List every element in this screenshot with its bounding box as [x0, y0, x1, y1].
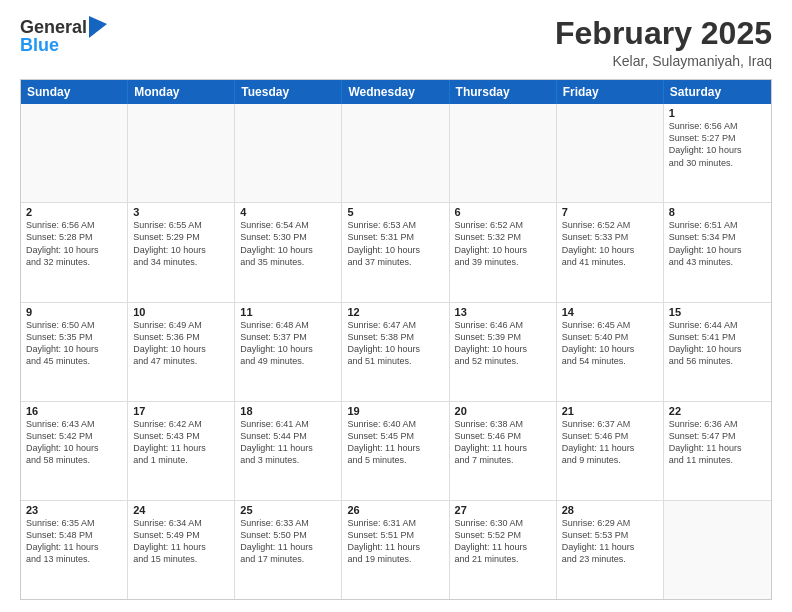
day-number: 1: [669, 107, 766, 119]
day-number: 21: [562, 405, 658, 417]
day-number: 8: [669, 206, 766, 218]
cal-cell-0-1: [128, 104, 235, 202]
day-info: Sunrise: 6:55 AM Sunset: 5:29 PM Dayligh…: [133, 219, 229, 268]
day-info: Sunrise: 6:37 AM Sunset: 5:46 PM Dayligh…: [562, 418, 658, 467]
day-number: 22: [669, 405, 766, 417]
day-number: 5: [347, 206, 443, 218]
day-number: 20: [455, 405, 551, 417]
svg-marker-0: [89, 16, 107, 38]
cal-row-4: 23Sunrise: 6:35 AM Sunset: 5:48 PM Dayli…: [21, 500, 771, 599]
day-number: 18: [240, 405, 336, 417]
day-number: 7: [562, 206, 658, 218]
logo: General Blue: [20, 16, 107, 56]
cal-cell-2-1: 10Sunrise: 6:49 AM Sunset: 5:36 PM Dayli…: [128, 303, 235, 401]
header-wednesday: Wednesday: [342, 80, 449, 104]
day-info: Sunrise: 6:43 AM Sunset: 5:42 PM Dayligh…: [26, 418, 122, 467]
day-number: 27: [455, 504, 551, 516]
day-info: Sunrise: 6:31 AM Sunset: 5:51 PM Dayligh…: [347, 517, 443, 566]
day-info: Sunrise: 6:49 AM Sunset: 5:36 PM Dayligh…: [133, 319, 229, 368]
month-title: February 2025: [555, 16, 772, 51]
day-info: Sunrise: 6:35 AM Sunset: 5:48 PM Dayligh…: [26, 517, 122, 566]
cal-cell-1-6: 8Sunrise: 6:51 AM Sunset: 5:34 PM Daylig…: [664, 203, 771, 301]
cal-cell-0-6: 1Sunrise: 6:56 AM Sunset: 5:27 PM Daylig…: [664, 104, 771, 202]
location: Kelar, Sulaymaniyah, Iraq: [555, 53, 772, 69]
day-number: 19: [347, 405, 443, 417]
day-info: Sunrise: 6:47 AM Sunset: 5:38 PM Dayligh…: [347, 319, 443, 368]
cal-cell-3-2: 18Sunrise: 6:41 AM Sunset: 5:44 PM Dayli…: [235, 402, 342, 500]
cal-cell-0-0: [21, 104, 128, 202]
cal-cell-4-0: 23Sunrise: 6:35 AM Sunset: 5:48 PM Dayli…: [21, 501, 128, 599]
cal-cell-3-3: 19Sunrise: 6:40 AM Sunset: 5:45 PM Dayli…: [342, 402, 449, 500]
day-info: Sunrise: 6:41 AM Sunset: 5:44 PM Dayligh…: [240, 418, 336, 467]
cal-cell-1-1: 3Sunrise: 6:55 AM Sunset: 5:29 PM Daylig…: [128, 203, 235, 301]
cal-cell-1-2: 4Sunrise: 6:54 AM Sunset: 5:30 PM Daylig…: [235, 203, 342, 301]
day-info: Sunrise: 6:54 AM Sunset: 5:30 PM Dayligh…: [240, 219, 336, 268]
day-info: Sunrise: 6:44 AM Sunset: 5:41 PM Dayligh…: [669, 319, 766, 368]
cal-cell-3-0: 16Sunrise: 6:43 AM Sunset: 5:42 PM Dayli…: [21, 402, 128, 500]
day-info: Sunrise: 6:42 AM Sunset: 5:43 PM Dayligh…: [133, 418, 229, 467]
day-number: 2: [26, 206, 122, 218]
header-saturday: Saturday: [664, 80, 771, 104]
cal-cell-2-5: 14Sunrise: 6:45 AM Sunset: 5:40 PM Dayli…: [557, 303, 664, 401]
day-info: Sunrise: 6:29 AM Sunset: 5:53 PM Dayligh…: [562, 517, 658, 566]
day-info: Sunrise: 6:38 AM Sunset: 5:46 PM Dayligh…: [455, 418, 551, 467]
cal-cell-2-3: 12Sunrise: 6:47 AM Sunset: 5:38 PM Dayli…: [342, 303, 449, 401]
day-info: Sunrise: 6:50 AM Sunset: 5:35 PM Dayligh…: [26, 319, 122, 368]
cal-cell-4-1: 24Sunrise: 6:34 AM Sunset: 5:49 PM Dayli…: [128, 501, 235, 599]
cal-cell-4-6: [664, 501, 771, 599]
day-number: 23: [26, 504, 122, 516]
day-number: 16: [26, 405, 122, 417]
day-number: 10: [133, 306, 229, 318]
day-number: 28: [562, 504, 658, 516]
day-number: 15: [669, 306, 766, 318]
day-number: 9: [26, 306, 122, 318]
calendar-body: 1Sunrise: 6:56 AM Sunset: 5:27 PM Daylig…: [21, 104, 771, 599]
cal-cell-3-1: 17Sunrise: 6:42 AM Sunset: 5:43 PM Dayli…: [128, 402, 235, 500]
header-monday: Monday: [128, 80, 235, 104]
day-number: 24: [133, 504, 229, 516]
cal-cell-2-4: 13Sunrise: 6:46 AM Sunset: 5:39 PM Dayli…: [450, 303, 557, 401]
cal-cell-4-2: 25Sunrise: 6:33 AM Sunset: 5:50 PM Dayli…: [235, 501, 342, 599]
cal-cell-1-5: 7Sunrise: 6:52 AM Sunset: 5:33 PM Daylig…: [557, 203, 664, 301]
day-number: 14: [562, 306, 658, 318]
title-block: February 2025 Kelar, Sulaymaniyah, Iraq: [555, 16, 772, 69]
logo-icon: [89, 16, 107, 38]
day-number: 25: [240, 504, 336, 516]
day-info: Sunrise: 6:53 AM Sunset: 5:31 PM Dayligh…: [347, 219, 443, 268]
day-info: Sunrise: 6:34 AM Sunset: 5:49 PM Dayligh…: [133, 517, 229, 566]
cal-cell-2-6: 15Sunrise: 6:44 AM Sunset: 5:41 PM Dayli…: [664, 303, 771, 401]
day-number: 3: [133, 206, 229, 218]
day-info: Sunrise: 6:30 AM Sunset: 5:52 PM Dayligh…: [455, 517, 551, 566]
cal-cell-3-5: 21Sunrise: 6:37 AM Sunset: 5:46 PM Dayli…: [557, 402, 664, 500]
cal-row-0: 1Sunrise: 6:56 AM Sunset: 5:27 PM Daylig…: [21, 104, 771, 202]
calendar: Sunday Monday Tuesday Wednesday Thursday…: [20, 79, 772, 600]
day-info: Sunrise: 6:48 AM Sunset: 5:37 PM Dayligh…: [240, 319, 336, 368]
header: General Blue February 2025 Kelar, Sulaym…: [20, 16, 772, 69]
day-info: Sunrise: 6:36 AM Sunset: 5:47 PM Dayligh…: [669, 418, 766, 467]
header-friday: Friday: [557, 80, 664, 104]
cal-row-3: 16Sunrise: 6:43 AM Sunset: 5:42 PM Dayli…: [21, 401, 771, 500]
day-number: 12: [347, 306, 443, 318]
cal-cell-1-4: 6Sunrise: 6:52 AM Sunset: 5:32 PM Daylig…: [450, 203, 557, 301]
day-info: Sunrise: 6:40 AM Sunset: 5:45 PM Dayligh…: [347, 418, 443, 467]
page: General Blue February 2025 Kelar, Sulaym…: [0, 0, 792, 612]
cal-cell-3-6: 22Sunrise: 6:36 AM Sunset: 5:47 PM Dayli…: [664, 402, 771, 500]
cal-cell-3-4: 20Sunrise: 6:38 AM Sunset: 5:46 PM Dayli…: [450, 402, 557, 500]
day-info: Sunrise: 6:33 AM Sunset: 5:50 PM Dayligh…: [240, 517, 336, 566]
calendar-header: Sunday Monday Tuesday Wednesday Thursday…: [21, 80, 771, 104]
cal-cell-0-5: [557, 104, 664, 202]
cal-cell-2-0: 9Sunrise: 6:50 AM Sunset: 5:35 PM Daylig…: [21, 303, 128, 401]
day-number: 17: [133, 405, 229, 417]
day-number: 4: [240, 206, 336, 218]
cal-cell-2-2: 11Sunrise: 6:48 AM Sunset: 5:37 PM Dayli…: [235, 303, 342, 401]
cal-cell-4-4: 27Sunrise: 6:30 AM Sunset: 5:52 PM Dayli…: [450, 501, 557, 599]
day-number: 11: [240, 306, 336, 318]
logo-blue-text: Blue: [20, 36, 107, 56]
header-thursday: Thursday: [450, 80, 557, 104]
day-info: Sunrise: 6:51 AM Sunset: 5:34 PM Dayligh…: [669, 219, 766, 268]
cal-row-1: 2Sunrise: 6:56 AM Sunset: 5:28 PM Daylig…: [21, 202, 771, 301]
cal-cell-1-0: 2Sunrise: 6:56 AM Sunset: 5:28 PM Daylig…: [21, 203, 128, 301]
day-info: Sunrise: 6:45 AM Sunset: 5:40 PM Dayligh…: [562, 319, 658, 368]
day-info: Sunrise: 6:56 AM Sunset: 5:28 PM Dayligh…: [26, 219, 122, 268]
cal-cell-1-3: 5Sunrise: 6:53 AM Sunset: 5:31 PM Daylig…: [342, 203, 449, 301]
